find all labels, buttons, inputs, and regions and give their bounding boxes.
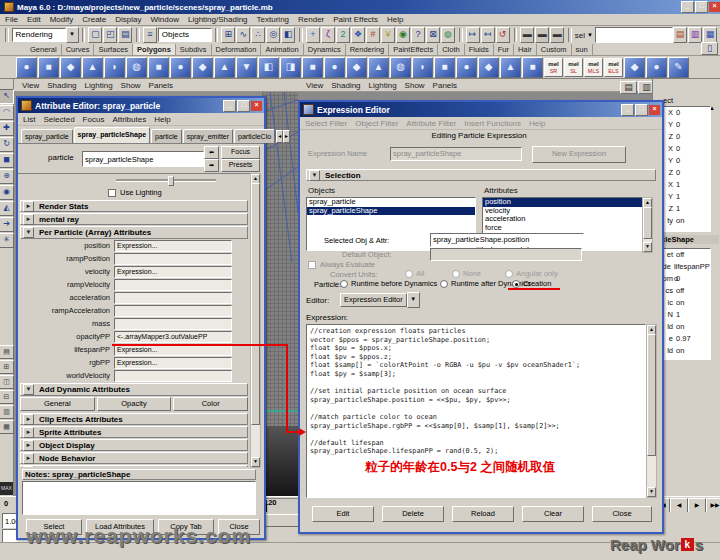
mel-script-icon[interactable]: melSL — [564, 58, 583, 77]
shelf-tab[interactable]: Rendering — [346, 44, 390, 55]
shelf-tool-icon[interactable]: ◆ — [478, 57, 499, 78]
shelf-tab[interactable]: Fluids — [465, 44, 494, 55]
shelf-tool-icon[interactable]: ■ — [148, 57, 169, 78]
radio-icon[interactable] — [452, 270, 460, 278]
editor-value[interactable]: Expression Editor — [340, 293, 407, 307]
shelf-tool-icon[interactable]: ◆ — [60, 57, 81, 78]
channel-value[interactable]: on — [676, 215, 684, 227]
menu-item[interactable]: Focus — [83, 115, 105, 124]
pp-attr-field[interactable] — [114, 305, 232, 317]
chevron-down-icon[interactable]: ▼ — [407, 292, 420, 308]
radio-icon[interactable] — [505, 270, 513, 278]
pp-attr-field[interactable] — [114, 318, 232, 330]
channel-layout-icon-1[interactable]: ▤ — [620, 81, 637, 94]
expand-arrow-icon[interactable]: ► — [23, 427, 34, 438]
attributes-list-scrollbar[interactable]: ▲ ▼ — [642, 197, 653, 253]
channel-row[interactable]: N 1 — [658, 309, 710, 321]
chevron-down-icon[interactable]: ▼ — [66, 27, 79, 43]
channel-row[interactable]: Z 0 — [658, 131, 710, 143]
shelf-tool-icon[interactable]: ◍ — [390, 57, 411, 78]
tool-button[interactable]: ✳ — [0, 233, 14, 248]
shelf-tab[interactable]: Surfaces — [94, 44, 133, 55]
scrollbar-thumb[interactable] — [251, 183, 260, 425]
channel-value[interactable]: on — [676, 321, 684, 333]
scrollbar-thumb[interactable] — [647, 334, 656, 456]
tool-button[interactable]: ↻ — [0, 137, 14, 152]
edit-button[interactable]: Edit — [312, 506, 374, 522]
shelf-tab[interactable]: Hair — [514, 44, 537, 55]
shelf-tool-icon[interactable]: ◆ — [624, 57, 645, 78]
pp-attr-field[interactable] — [114, 292, 232, 304]
shelf-tool-icon[interactable]: ▼ — [236, 57, 257, 78]
shelf-tool-icon[interactable]: ● — [646, 57, 667, 78]
node-tab[interactable]: spray_particle — [21, 129, 73, 143]
selection-mode-icon[interactable]: ≡ — [143, 27, 157, 43]
channel-value[interactable]: off — [676, 249, 684, 261]
chevron-down-icon[interactable]: ▼ — [587, 32, 593, 38]
menu-item[interactable]: Window — [151, 15, 179, 24]
shelf-tool-icon[interactable]: ▲ — [82, 57, 103, 78]
shelf-tool-icon[interactable]: ■ — [434, 57, 455, 78]
channel-shape-list[interactable]: et off de lifespanPP o om 0 cs off ic on… — [657, 248, 711, 360]
node-tab[interactable]: spray_emitter — [183, 129, 233, 143]
shelf-tool-icon[interactable]: ◆ — [192, 57, 213, 78]
shelf-tool-icon[interactable]: ● — [456, 57, 477, 78]
section-header[interactable]: ► Node Behavior — [20, 452, 248, 464]
pp-attr-field[interactable]: Expression... — [114, 357, 232, 369]
lock-icon[interactable]: ⊠ — [426, 27, 440, 43]
curve-tool-icon[interactable]: ζ — [321, 27, 335, 43]
channel-row[interactable]: e 0.97 — [658, 333, 710, 345]
node-tab[interactable]: spray_particleShape — [74, 127, 150, 143]
tool-button[interactable]: ◼ — [0, 153, 14, 168]
shelf-tab[interactable]: Deformation — [212, 44, 262, 55]
new-expression-button[interactable]: New Expression — [532, 146, 626, 163]
pp-attr-field[interactable]: <-.arrayMapper3.outValuePP — [114, 331, 232, 343]
shelf-tab[interactable]: Polygons — [133, 44, 176, 55]
channel-row[interactable]: Y 1 — [658, 191, 710, 203]
reload-button[interactable]: Reload — [452, 506, 514, 522]
shelf-tool-icon[interactable]: ✎ — [668, 57, 689, 78]
attribute-scrollbar[interactable]: ▲ ▼ — [250, 173, 261, 468]
add-dynamic-button[interactable]: Opacity — [97, 397, 172, 411]
shelf-tab[interactable]: Animation — [261, 44, 303, 55]
channel-value[interactable]: 0 — [676, 167, 680, 179]
load-arrow-icon[interactable]: ➡ — [204, 159, 219, 172]
outliner-toggle-icon[interactable]: MAX — [0, 482, 13, 495]
selection-section-header[interactable]: ▼ Selection — [306, 169, 656, 181]
creation-option[interactable]: Creation — [512, 279, 551, 288]
always-evaluate-checkbox[interactable] — [308, 261, 316, 269]
channel-row[interactable]: Y 0 — [658, 119, 710, 131]
shelf-tab[interactable]: sun — [572, 44, 593, 55]
snap-view-icon[interactable]: ◎ — [266, 27, 280, 43]
notes-textarea[interactable] — [22, 481, 256, 515]
channel-row[interactable]: Y 0 — [658, 155, 710, 167]
shelf-tool-icon[interactable]: ▲ — [368, 57, 389, 78]
plus-icon[interactable]: + — [306, 27, 320, 43]
node-tab[interactable]: particle — [151, 129, 182, 143]
collapse-arrow-icon[interactable]: ▼ — [23, 384, 34, 395]
channel-value[interactable]: on — [676, 297, 684, 309]
maximize-button[interactable]: □ — [237, 100, 250, 112]
section-header[interactable]: ► Sprite Attributes — [20, 426, 248, 438]
channel-value[interactable]: 1 — [676, 203, 680, 215]
shelf-tool-icon[interactable]: ▲ — [500, 57, 521, 78]
menu-item[interactable]: File — [5, 15, 18, 24]
tool-button[interactable]: ◠ — [0, 105, 14, 120]
channel-value[interactable]: 1 — [676, 191, 680, 203]
channel-row[interactable]: cs off — [658, 285, 710, 297]
diamond-icon[interactable]: ❖ — [351, 27, 365, 43]
notes-header[interactable]: Notes: spray_particleShape — [22, 469, 256, 480]
menuset-value[interactable]: Rendering — [12, 28, 66, 42]
pp-attr-field[interactable]: Expression... — [114, 266, 232, 278]
snap-grid-icon[interactable]: ⊞ — [221, 27, 235, 43]
tool-button[interactable]: ✚ — [0, 121, 14, 136]
channel-value[interactable]: 0 — [676, 273, 680, 285]
menu-item[interactable]: Edit — [27, 15, 41, 24]
open-scene-icon[interactable]: ◰ — [103, 27, 117, 43]
add-dynamic-section-header[interactable]: ▼ Add Dynamic Attributes — [20, 383, 248, 396]
panel-menu-item[interactable]: Lighting — [85, 81, 113, 90]
selection-mask-combo[interactable]: Objects — [158, 28, 212, 42]
shelf-tab[interactable]: Subdivs — [176, 44, 212, 55]
radio-icon[interactable] — [440, 280, 448, 288]
load-arrow-icon[interactable]: ⬅ — [204, 146, 219, 159]
